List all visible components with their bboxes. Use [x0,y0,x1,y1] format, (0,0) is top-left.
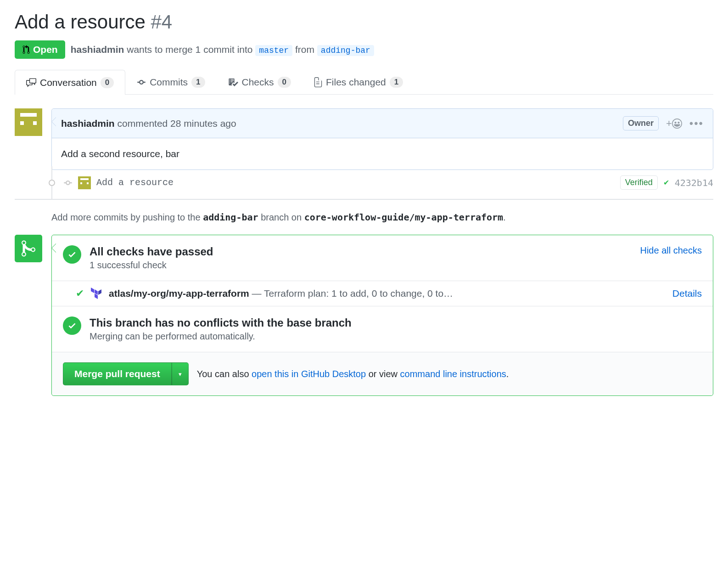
checks-count: 0 [278,77,291,88]
pr-state-badge: Open [15,40,65,59]
verified-badge[interactable]: Verified [620,175,658,190]
hint-repo: core-workflow-guide/my-app-terraform [304,212,503,223]
tab-files[interactable]: Files changed 1 [302,70,414,94]
pr-title: Add a resource #4 [15,11,713,33]
comment-discussion-icon [26,78,36,88]
merge-dropdown-button[interactable]: ▾ [172,362,189,385]
hint-branch: adding-bar [203,212,258,223]
divider [15,199,713,200]
pr-title-text: Add a resource [15,11,146,33]
conflict-subtitle: Merging can be performed automatically. [90,331,352,342]
merge-panel: All checks have passed 1 successful chec… [51,235,713,396]
git-pull-request-icon [22,45,30,54]
git-merge-icon [21,239,36,258]
tab-checks[interactable]: Checks 0 [217,70,303,94]
pr-state-text: Open [33,44,58,55]
conversation-count: 0 [101,77,114,88]
git-merge-badge [15,235,42,262]
terraform-icon [90,288,102,299]
checks-subtitle: 1 successful check [90,260,213,271]
check-details-link[interactable]: Details [672,288,702,299]
check-icon: ✔ [663,178,669,187]
commit-sha[interactable]: 4232b14 [675,177,713,188]
conflict-summary: This branch has no conflicts with the ba… [52,306,713,352]
merge-help-text: You can also open this in GitHub Desktop… [197,369,509,379]
pr-number: #4 [151,11,173,33]
pr-tabs: Conversation 0 Commits 1 Checks 0 Files … [15,70,713,95]
check-description: Terraform plan: 1 to add, 0 to change, 0… [264,288,453,299]
avatar[interactable] [78,176,91,189]
checklist-icon [228,77,238,87]
open-desktop-link[interactable]: open this in GitHub Desktop [252,369,366,379]
hide-checks-link[interactable]: Hide all checks [640,245,702,256]
comment-timeline-item: hashiadmin commented 28 minutes ago Owne… [15,108,713,170]
cli-instructions-link[interactable]: command line instructions [400,369,506,379]
checks-summary: All checks have passed 1 successful chec… [52,235,713,281]
success-circle-icon [63,316,81,335]
pr-author[interactable]: hashiadmin [71,44,124,55]
merge-action-row: Merge pull request ▾ You can also open t… [52,352,713,395]
commit-dot-icon [49,180,55,186]
success-circle-icon [63,245,81,264]
checks-title: All checks have passed [90,245,213,258]
files-count: 1 [390,77,403,88]
add-reaction-button[interactable]: + [666,118,682,130]
file-diff-icon [314,77,322,87]
push-hint: Add more commits by pushing to the addin… [51,212,713,223]
tab-commits[interactable]: Commits 1 [125,70,216,94]
base-branch[interactable]: master [255,45,292,56]
comment-box: hashiadmin commented 28 minutes ago Owne… [51,108,713,170]
tab-conversation[interactable]: Conversation 0 [15,70,125,95]
check-name: atlas/my-org/my-app-terraform [109,288,249,299]
pr-meta-row: Open hashiadmin wants to merge 1 commit … [15,40,713,59]
git-commit-icon [63,178,73,187]
comment-header: hashiadmin commented 28 minutes ago Owne… [52,109,713,138]
conflict-title: This branch has no conflicts with the ba… [90,316,352,329]
merge-button[interactable]: Merge pull request [63,362,172,385]
commit-message[interactable]: Add a resource [96,177,174,188]
check-icon: ✔ [76,288,84,299]
comment-timestamp: commented 28 minutes ago [118,118,236,129]
head-branch[interactable]: adding-bar [317,45,374,56]
merge-status-row: All checks have passed 1 successful chec… [15,235,713,396]
commit-timeline-item: Add a resource Verified ✔ 4232b14 [51,166,713,199]
pr-meta-text: hashiadmin wants to merge 1 commit into … [71,44,374,55]
avatar[interactable] [15,108,42,136]
commits-count: 1 [191,77,205,88]
check-item: ✔ atlas/my-org/my-app-terraform — Terraf… [52,281,713,306]
git-commit-icon [137,78,146,87]
owner-badge: Owner [623,116,659,130]
comment-body: Add a second resource, bar [52,138,713,169]
comment-author[interactable]: hashiadmin [61,118,115,129]
comment-menu-button[interactable]: ••• [689,117,704,130]
